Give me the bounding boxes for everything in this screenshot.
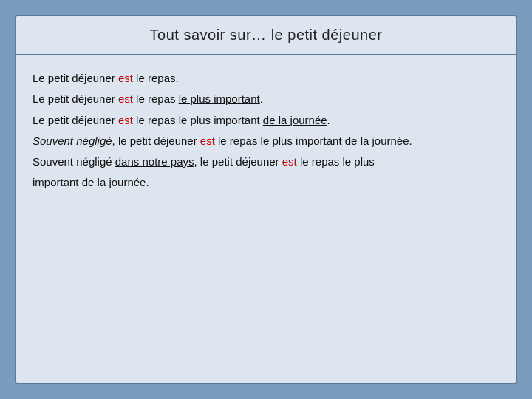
title-text: Tout savoir sur… le petit déjeuner	[150, 27, 383, 43]
normal-text: le repas le plus important	[133, 114, 263, 126]
italic-underlined-text: Souvent négligé	[33, 134, 112, 147]
title-bar: Tout savoir sur… le petit déjeuner	[16, 16, 516, 55]
normal-text: Le petit déjeuner	[33, 92, 118, 105]
normal-text: le repas.	[133, 72, 179, 84]
normal-text: Le petit déjeuner	[33, 114, 118, 126]
normal-text: , le petit déjeuner	[112, 134, 200, 147]
red-word: est	[118, 72, 133, 84]
underlined-text: dans notre pays	[115, 155, 194, 168]
underlined-text: le plus important	[179, 92, 260, 105]
normal-text: Le petit déjeuner	[33, 72, 118, 84]
normal-text: .	[260, 92, 263, 105]
text-line-line1: Le petit déjeuner est le repas.	[33, 69, 499, 88]
text-line-line5a: Souvent négligé dans notre pays, le peti…	[33, 152, 499, 171]
normal-text: , le petit déjeuner	[194, 155, 282, 168]
text-line-line5b: important de la journée.	[33, 173, 499, 192]
red-word: est	[118, 114, 133, 126]
red-word: est	[282, 155, 297, 168]
normal-text: le repas le plus important de la journée…	[215, 134, 412, 147]
content-area: Le petit déjeuner est le repas.Le petit …	[16, 55, 516, 383]
text-line-line4: Souvent négligé, le petit déjeuner est l…	[33, 132, 499, 151]
normal-text: le repas	[133, 92, 179, 105]
normal-text: important de la journée.	[33, 176, 149, 188]
red-word: est	[118, 92, 133, 105]
red-word: est	[200, 134, 215, 147]
normal-text: .	[327, 114, 330, 126]
normal-text: le repas le plus	[297, 155, 375, 168]
underlined-text: de la journée	[263, 114, 327, 126]
main-card: Tout savoir sur… le petit déjeuner Le pe…	[15, 15, 517, 384]
text-line-line3: Le petit déjeuner est le repas le plus i…	[33, 111, 499, 130]
normal-text: Souvent négligé	[33, 155, 115, 168]
text-line-line2: Le petit déjeuner est le repas le plus i…	[33, 89, 499, 109]
